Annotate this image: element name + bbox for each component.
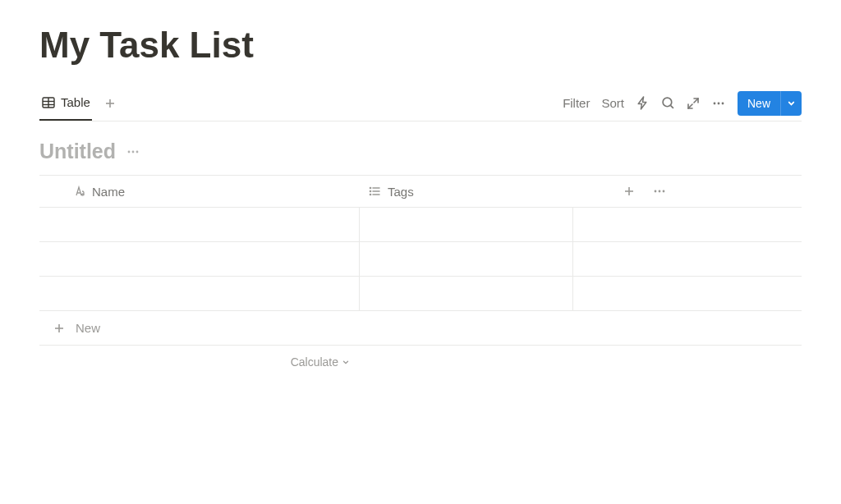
plus-icon: [103, 97, 117, 110]
table-row[interactable]: [39, 242, 802, 277]
cell-empty[interactable]: [573, 242, 802, 276]
column-actions: [573, 176, 667, 207]
view-tabs: Table: [39, 85, 117, 121]
view-tab-label: Table: [61, 95, 90, 109]
add-column-button[interactable]: [623, 185, 636, 198]
table-row[interactable]: [39, 277, 802, 311]
list-icon: [368, 185, 381, 198]
svg-point-23: [659, 190, 661, 193]
table-header: Name Tags: [39, 175, 802, 208]
column-name-label: Name: [92, 185, 125, 199]
view-bar: Table Filter Sort: [39, 85, 802, 121]
table-row[interactable]: [39, 208, 802, 242]
cell-name[interactable]: [39, 242, 360, 276]
cell-tags[interactable]: [360, 277, 573, 310]
svg-point-12: [132, 150, 135, 153]
automations-button[interactable]: [636, 96, 650, 110]
database-title[interactable]: Untitled: [39, 140, 116, 163]
add-row-button[interactable]: New: [39, 311, 802, 346]
expand-button[interactable]: [687, 97, 700, 110]
search-button[interactable]: [661, 96, 675, 110]
svg-point-8: [714, 102, 716, 104]
table: Name Tags: [39, 175, 802, 378]
text-icon: [72, 185, 85, 198]
cell-name[interactable]: [39, 277, 360, 310]
calculate-button[interactable]: Calculate: [39, 355, 360, 369]
new-button-group: New: [738, 91, 802, 116]
cell-empty[interactable]: [573, 208, 802, 241]
svg-point-24: [663, 190, 665, 193]
svg-point-9: [718, 102, 720, 104]
more-button[interactable]: [711, 96, 726, 111]
svg-point-18: [370, 190, 370, 191]
svg-point-10: [722, 102, 724, 104]
chevron-down-icon: [342, 358, 350, 366]
calculate-label: Calculate: [291, 355, 338, 369]
expand-icon: [687, 97, 700, 110]
svg-point-6: [663, 98, 672, 107]
plus-icon: [623, 185, 636, 198]
lightning-icon: [636, 96, 650, 110]
search-icon: [661, 96, 675, 110]
add-view-button[interactable]: [103, 97, 117, 110]
svg-point-13: [136, 150, 139, 153]
new-button[interactable]: New: [738, 91, 780, 116]
svg-point-22: [655, 190, 657, 193]
plus-icon: [53, 322, 66, 335]
svg-point-11: [128, 150, 131, 153]
more-icon: [126, 144, 140, 159]
view-actions: Filter Sort: [563, 91, 802, 116]
svg-point-17: [370, 187, 370, 188]
more-icon: [711, 96, 726, 111]
filter-button[interactable]: Filter: [563, 96, 590, 110]
cell-tags[interactable]: [360, 242, 573, 276]
chevron-down-icon: [787, 99, 796, 108]
svg-line-7: [671, 106, 673, 108]
new-button-dropdown[interactable]: [780, 91, 802, 116]
column-header-tags[interactable]: Tags: [360, 176, 573, 207]
cell-tags[interactable]: [360, 208, 573, 241]
table-icon: [41, 95, 56, 110]
table-footer: Calculate: [39, 346, 802, 378]
add-row-label: New: [76, 321, 100, 335]
cell-empty[interactable]: [573, 277, 802, 310]
column-header-name[interactable]: Name: [39, 176, 360, 207]
cell-name[interactable]: [39, 208, 360, 241]
column-tags-label: Tags: [388, 185, 414, 199]
database-header: Untitled: [39, 140, 802, 163]
database-more-button[interactable]: [126, 144, 140, 159]
page-title[interactable]: My Task List: [39, 25, 802, 66]
more-icon: [652, 184, 667, 199]
svg-point-19: [370, 194, 370, 195]
view-tab-table[interactable]: Table: [39, 85, 92, 121]
column-more-button[interactable]: [652, 184, 667, 199]
sort-button[interactable]: Sort: [601, 96, 624, 110]
